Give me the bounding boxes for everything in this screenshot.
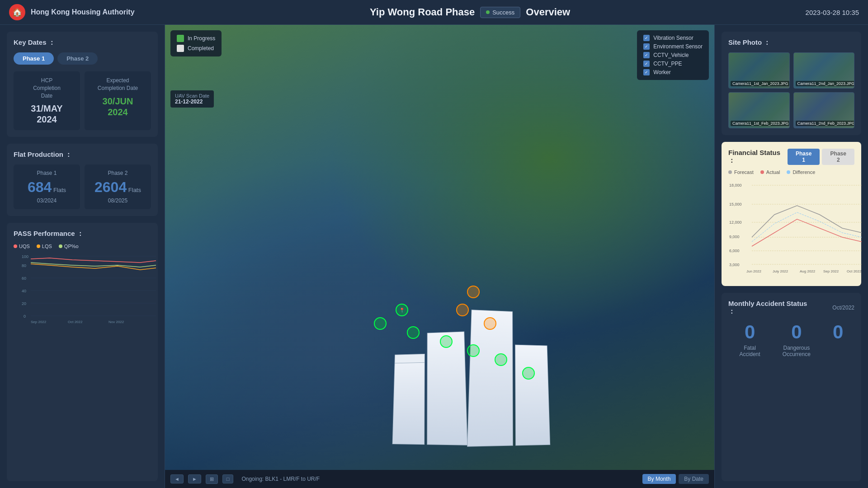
- financial-legend: Forecast Actual Difference: [728, 169, 854, 175]
- marker-7[interactable]: [522, 367, 535, 380]
- datetime-display: 2023-03-28 10:35: [806, 9, 859, 16]
- building-2: [427, 331, 467, 445]
- scan-date-label: UAV Scan Date: [175, 93, 209, 99]
- svg-text:Oct 2022: Oct 2022: [847, 269, 862, 273]
- building-4: [515, 345, 550, 446]
- marker-2[interactable]: [374, 317, 387, 330]
- completed-label: Completed: [188, 45, 214, 52]
- marker-orange-2[interactable]: [456, 304, 469, 316]
- marker-orange-3[interactable]: [484, 317, 496, 330]
- dangerous-occurrence-stat: 0 DangerousOccurrence: [783, 321, 811, 357]
- dates-grid: HCPCompletionDate 31/MAY 2024 ExpectedCo…: [14, 71, 151, 130]
- actual-label: Actual: [766, 169, 780, 175]
- logo-icon: 🏠: [9, 4, 25, 20]
- sensor-cctv-vehicle: ✓ CCTV_Vehicle: [643, 52, 703, 58]
- sensor-cctv-ppe-label: CCTV_PPE: [653, 61, 682, 67]
- uqs-label: UQS: [19, 244, 30, 249]
- building-1: [392, 354, 425, 445]
- marker-4[interactable]: [440, 335, 453, 348]
- completed-icon: [177, 45, 184, 52]
- key-dates-phase2-button[interactable]: Phase 2: [57, 52, 98, 65]
- pass-legend: UQS LQS QP%o: [14, 244, 151, 249]
- header-center: Yip Wong Road Phase Success Overview: [370, 6, 570, 18]
- photo-1[interactable]: Camera11_1st_Jan_2023.JPG: [728, 52, 790, 89]
- by-month-button[interactable]: By Month: [642, 474, 676, 484]
- key-dates-phase1-button[interactable]: Phase 1: [14, 52, 54, 65]
- sensor-cctv-ppe-check: ✓: [643, 61, 650, 67]
- sensor-vibration-label: Vibration Sensor: [653, 35, 693, 41]
- map-ctrl-1[interactable]: ◄: [170, 474, 184, 483]
- svg-text:20: 20: [22, 301, 26, 306]
- legend-qp: QP%o: [59, 244, 79, 249]
- sensor-environment-check: ✓: [643, 43, 650, 50]
- phase2-flat-number: 2604: [94, 179, 127, 195]
- fatal-label: FatalAccident: [740, 345, 760, 357]
- accident-stats: 0 FatalAccident 0 DangerousOccurrence 0: [728, 321, 854, 357]
- photo-2[interactable]: Camera11_2nd_Jan_2023.JPG: [793, 52, 855, 89]
- svg-text:15,000: 15,000: [729, 202, 742, 206]
- phase1-flat-number: 684: [28, 179, 52, 195]
- svg-text:3,000: 3,000: [729, 263, 740, 267]
- map-legend: In Progress Completed: [170, 30, 222, 56]
- phase2-flat-number-group: 2604 Flats: [90, 179, 146, 196]
- building-3: [467, 310, 513, 447]
- photo-4[interactable]: Camera11_2nd_Feb_2023.JPG: [793, 92, 855, 128]
- svg-text:Nov 2022: Nov 2022: [108, 320, 124, 324]
- fin-legend-forecast: Forecast: [728, 169, 754, 175]
- map-ctrl-4[interactable]: □: [222, 474, 234, 483]
- sensor-vibration-check: ✓: [643, 35, 650, 41]
- photo-2-label: Camera11_2nd_Jan_2023.JPG: [796, 81, 855, 86]
- svg-text:80: 80: [22, 263, 26, 268]
- sensor-cctv-ppe: ✓ CCTV_PPE: [643, 61, 703, 67]
- map-view-buttons: By Month By Date: [642, 474, 709, 484]
- sensor-worker-check: ✓: [643, 69, 650, 75]
- expected-date-box: ExpectedCompletion Date 30/JUN 2024: [85, 71, 151, 130]
- map-ctrl-3[interactable]: ⊞: [206, 474, 218, 484]
- legend-uqs: UQS: [14, 244, 30, 249]
- financial-phase1-button[interactable]: Phase 1: [788, 149, 820, 165]
- dangerous-label: DangerousOccurrence: [783, 345, 811, 357]
- map-ctrl-2[interactable]: ►: [188, 474, 201, 483]
- map-sensors-panel: ✓ Vibration Sensor ✓ Environment Sensor …: [637, 30, 709, 80]
- key-dates-card: Key Dates ： Phase 1 Phase 2 HCPCompletio…: [7, 32, 158, 137]
- svg-text:Sep 2022: Sep 2022: [31, 320, 47, 324]
- legend-lqs: LQS: [37, 244, 52, 249]
- financial-phase2-button[interactable]: Phase 2: [822, 149, 854, 165]
- phase2-flat-label: Phase 2: [90, 170, 146, 176]
- photo-1-label: Camera11_1st_Jan_2023.JPG: [731, 81, 790, 86]
- svg-text:6,000: 6,000: [729, 249, 740, 253]
- svg-text:Oct 2022: Oct 2022: [68, 320, 83, 324]
- key-dates-phase-buttons: Phase 1 Phase 2: [14, 52, 151, 65]
- accident-date: Oct/2022: [832, 305, 854, 311]
- expected-line2: 2024: [108, 107, 128, 117]
- fatal-count: 0: [740, 321, 760, 343]
- phase2-flat-date: 08/2025: [90, 197, 146, 204]
- flat-production-card: Flat Production ： Phase 1 684 Flats 03/2…: [7, 144, 158, 216]
- site-photo-card: Site Photo ： Camera11_1st_Jan_2023.JPG C…: [722, 32, 861, 135]
- lqs-dot-icon: [37, 244, 40, 248]
- header-left: 🏠 Hong Kong Housing Authority: [9, 4, 135, 20]
- ongoing-label: Ongoing: BLK1 - LMR/F to UR/F: [241, 476, 320, 482]
- financial-chart-svg: 18,000 15,000 12,000 9,000 6,000 3,000: [728, 178, 864, 278]
- financial-status-card: Financial Status ： Phase 1 Phase 2 Forec…: [722, 142, 861, 286]
- map-container[interactable]: In Progress Completed ✓ Vibration Sensor…: [165, 25, 714, 470]
- marker-6[interactable]: [495, 353, 507, 366]
- qp-label: QP%o: [64, 244, 79, 249]
- marker-3[interactable]: [407, 326, 420, 339]
- hcp-value: 31/MAY 2024: [19, 103, 75, 125]
- pass-performance-title: PASS Performance ：: [14, 230, 151, 238]
- building-cluster-left: [392, 331, 467, 445]
- qp-dot-icon: [59, 244, 62, 248]
- status-badge: Success: [480, 7, 520, 18]
- uqs-dot-icon: [14, 244, 17, 248]
- hcp-line1: 31/MAY: [31, 103, 62, 113]
- phase1-flat-box: Phase 1 684 Flats 03/2024: [14, 164, 80, 209]
- financial-chart: 18,000 15,000 12,000 9,000 6,000 3,000: [728, 178, 854, 279]
- scan-date-value: 21-12-2022: [175, 99, 209, 105]
- hcp-label: HCPCompletionDate: [19, 77, 75, 99]
- financial-phase-buttons: Phase 1 Phase 2: [788, 149, 854, 165]
- by-date-button[interactable]: By Date: [679, 474, 709, 484]
- fin-legend-actual: Actual: [760, 169, 780, 175]
- phase1-flat-unit: Flats: [53, 187, 66, 193]
- photo-3[interactable]: Camera11_1st_Feb_2023.JPG: [728, 92, 790, 128]
